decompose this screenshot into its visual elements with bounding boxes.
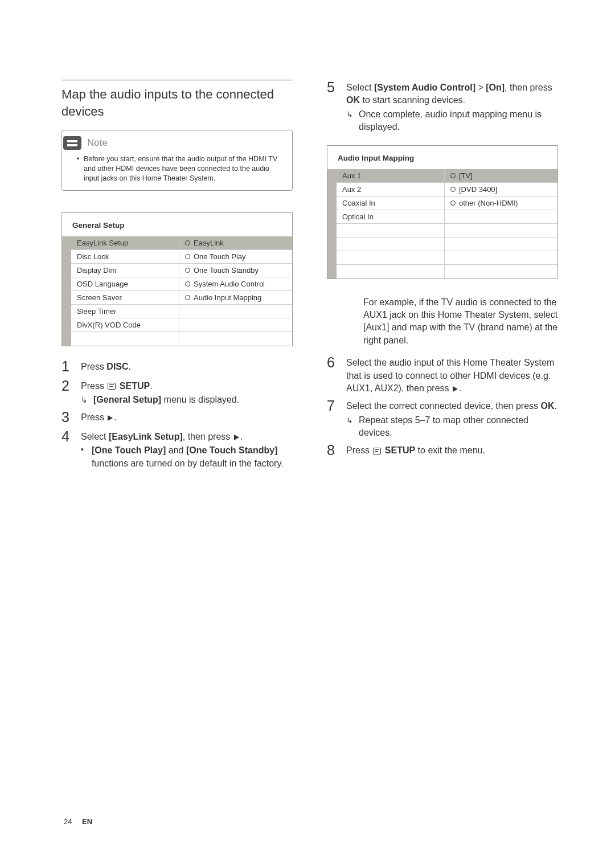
audio-mapping-body: Aux 1 Aux 2 Coaxial In Optical In [TV] [… <box>327 169 557 279</box>
bold-text: [Aux1] <box>363 322 389 332</box>
step-text: Select the correct connected device, the… <box>346 401 541 411</box>
audio-mapping-panel: Audio Input Mapping Aux 1 Aux 2 Coaxial … <box>327 145 558 279</box>
setup-label: SETUP <box>117 381 150 391</box>
general-setup-body: EasyLink Setup Disc Lock Display Dim OSD… <box>62 236 292 346</box>
note-list-item: Before you start, ensure that the audio … <box>77 154 284 183</box>
audio-mapping-title: Audio Input Mapping <box>327 146 557 169</box>
step-text: . <box>555 401 557 411</box>
step-1: 1 Press DISC. <box>62 359 293 375</box>
step-number: 6 <box>327 355 337 395</box>
panel-row-blank <box>445 210 557 224</box>
step-content: Press DISC. <box>81 359 293 375</box>
step-text: to start scanning devices. <box>360 95 465 105</box>
note-list: Before you start, ensure that the audio … <box>70 154 284 183</box>
step-number: 4 <box>62 429 72 470</box>
play-right-icon <box>108 415 113 421</box>
step-text: . <box>114 412 116 422</box>
step-text: . <box>459 383 461 393</box>
disc-label: DISC <box>106 362 128 371</box>
radio-icon <box>185 240 190 245</box>
right-steps-lower: 6 Select the audio input of this Home Th… <box>327 355 558 458</box>
play-right-icon <box>234 435 239 440</box>
step-sub-text: [One Touch Play] and [One Touch Standby]… <box>92 444 293 470</box>
plain-text: functions are turned on by default in th… <box>92 458 284 468</box>
right-steps-upper: 5 Select [System Audio Control] > [On], … <box>327 80 558 134</box>
plain-text: jack on this Home Theater System, select <box>387 310 557 320</box>
panel-row: EasyLink <box>179 236 292 250</box>
step-number: 1 <box>62 359 72 375</box>
step-sub-text: [General Setup] menu is displayed. <box>93 394 239 406</box>
panel-row-label: [TV] <box>459 171 473 180</box>
plain-text: and map with the TV (brand name) at the … <box>363 322 557 345</box>
panel-row: One Touch Play <box>179 250 292 264</box>
page-lang: EN <box>82 817 92 826</box>
result-arrow-icon: ↳ <box>346 414 353 440</box>
radio-icon <box>185 295 190 300</box>
panel-row: Aux 1 <box>337 169 444 183</box>
step-8: 8 Press SETUP to exit the menu. <box>327 443 558 458</box>
radio-icon <box>450 200 456 206</box>
setup-menu-icon <box>108 383 116 390</box>
step-text: Press <box>81 381 106 391</box>
panel-row-label: [DVD 3400] <box>459 185 497 194</box>
bold-text: [General Setup] <box>93 395 161 404</box>
panel-row-blank <box>337 265 444 279</box>
step-5: 5 Select [System Audio Control] > [On], … <box>327 80 558 134</box>
step-text: . <box>129 362 131 371</box>
panel-row: other (Non-HDMI) <box>445 196 557 210</box>
plain-text: and <box>166 445 186 455</box>
panel-row-blank <box>337 224 444 238</box>
step-text: to exit the menu. <box>415 445 485 455</box>
step-text: Select the audio input of this Home Thea… <box>346 358 554 393</box>
step-content: Select the audio input of this Home Thea… <box>346 355 558 395</box>
step-content: Select [EasyLink Setup], then press . • … <box>81 429 293 470</box>
panel-left-column: Aux 1 Aux 2 Coaxial In Optical In <box>337 169 444 279</box>
step-content: Select the correct connected device, the… <box>346 398 558 439</box>
panel-row: DivX(R) VOD Code <box>71 318 179 332</box>
panel-row: [TV] <box>445 169 557 183</box>
setup-label: SETUP <box>382 445 415 455</box>
step-text: Press <box>346 445 372 455</box>
panel-row: Screen Saver <box>71 291 179 305</box>
panel-row-label: One Touch Standby <box>194 266 259 275</box>
result-arrow-icon: ↳ <box>346 108 353 134</box>
radio-icon <box>185 268 190 273</box>
left-heading: Map the audio inputs to the connected de… <box>62 86 293 120</box>
panel-spine <box>62 236 71 346</box>
bold-text: [System Audio Control] <box>374 83 475 92</box>
note-box: Note Before you start, ensure that the a… <box>62 130 293 191</box>
panel-row-label: Audio Input Mapping <box>194 293 261 302</box>
bold-text: [On] <box>486 83 505 92</box>
ok-label: OK <box>541 401 555 411</box>
bold-text: [One Touch Standby] <box>186 445 278 455</box>
play-right-icon <box>453 386 458 392</box>
note-icon <box>63 136 81 150</box>
panel-row-blank <box>337 238 444 251</box>
plain-text: menu is displayed. <box>161 395 239 404</box>
panel-row-blank <box>445 251 557 265</box>
panel-row: [DVD 3400] <box>445 183 557 196</box>
radio-icon <box>450 173 456 178</box>
step-7: 7 Select the correct connected device, t… <box>327 398 558 439</box>
ok-label: OK <box>346 95 360 105</box>
step-number: 2 <box>62 378 72 407</box>
step-sub-bullet: • [One Touch Play] and [One Touch Standb… <box>81 444 293 470</box>
plain-text: For example, if the TV audio is connecte… <box>363 297 556 307</box>
step-content: Press SETUP to exit the menu. <box>346 443 558 458</box>
left-steps: 1 Press DISC. 2 Press SETUP. ↳ [General … <box>62 359 293 470</box>
panel-row-blank <box>179 332 292 346</box>
step-2: 2 Press SETUP. ↳ [General Setup] menu is… <box>62 378 293 407</box>
bold-text: AUX1 <box>363 310 387 320</box>
panel-left-column: EasyLink Setup Disc Lock Display Dim OSD… <box>71 236 179 346</box>
step-text: Press <box>81 362 106 371</box>
page-footer: 24 EN <box>64 817 92 826</box>
panel-row: Sleep Timer <box>71 305 179 318</box>
section-divider <box>62 80 293 80</box>
panel-row-label: EasyLink <box>194 239 224 247</box>
bold-text: [One Touch Play] <box>92 445 166 455</box>
panel-row-blank <box>179 318 292 332</box>
step-sub-text: Repeat steps 5–7 to map other connected … <box>359 414 558 440</box>
bold-text: [EasyLink Setup] <box>109 432 183 441</box>
step-text: > <box>475 83 486 92</box>
panel-row: Aux 2 <box>337 183 444 196</box>
